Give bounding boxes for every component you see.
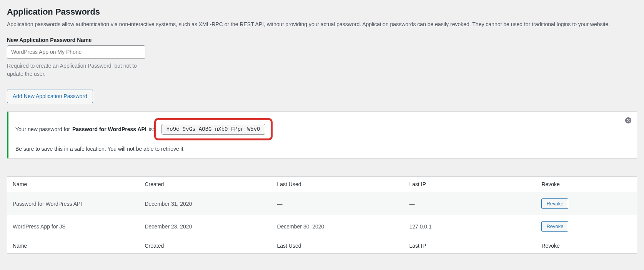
- cell-last-used: December 30, 2020: [271, 215, 404, 238]
- th-revoke: Revoke: [536, 177, 637, 192]
- notice-prefix: Your new password for: [15, 126, 70, 132]
- new-app-password-label: New Application Password Name: [7, 37, 637, 43]
- cell-created: December 31, 2020: [139, 192, 271, 215]
- revoke-button[interactable]: Revoke: [541, 198, 568, 209]
- cell-created: December 23, 2020: [139, 215, 271, 238]
- app-passwords-table: Name Created Last Used Last IP Revoke Pa…: [7, 176, 637, 254]
- cell-name: WordPress App for JS: [7, 215, 140, 238]
- password-highlight-box: Ho9c 9vGs AOBG nXb0 FPpr W5vO: [154, 118, 273, 140]
- notice-safety-text: Be sure to save this in a safe location.…: [15, 146, 621, 152]
- th-created: Created: [139, 177, 271, 192]
- close-icon[interactable]: [624, 117, 632, 124]
- th-last-used: Last Used: [271, 177, 404, 192]
- cell-last-used: —: [271, 192, 404, 215]
- th-last-ip: Last IP: [404, 177, 536, 192]
- new-app-password-input[interactable]: [7, 45, 145, 59]
- new-password-notice: Your new password for Password for WordP…: [7, 112, 637, 158]
- tf-last-used: Last Used: [271, 238, 404, 254]
- tf-revoke: Revoke: [536, 238, 637, 254]
- section-description: Application passwords allow authenticati…: [7, 20, 637, 28]
- cell-last-ip: —: [404, 192, 536, 215]
- add-new-app-password-button[interactable]: Add New Application Password: [7, 90, 93, 103]
- tf-last-ip: Last IP: [404, 238, 536, 254]
- tf-name: Name: [7, 238, 140, 254]
- notice-separator: is:: [149, 126, 154, 132]
- revoke-button[interactable]: Revoke: [541, 221, 568, 232]
- generated-password-value[interactable]: Ho9c 9vGs AOBG nXb0 FPpr W5vO: [161, 124, 265, 135]
- th-name: Name: [7, 177, 140, 192]
- table-row: WordPress App for JS December 23, 2020 D…: [7, 215, 637, 238]
- notice-app-name: Password for WordPress API: [72, 126, 146, 132]
- new-app-password-help: Required to create an Application Passwo…: [7, 62, 145, 78]
- cell-last-ip: 127.0.0.1: [404, 215, 536, 238]
- section-title: Application Passwords: [7, 7, 637, 17]
- table-row: Password for WordPress API December 31, …: [7, 192, 637, 215]
- cell-name: Password for WordPress API: [7, 192, 140, 215]
- tf-created: Created: [139, 238, 271, 254]
